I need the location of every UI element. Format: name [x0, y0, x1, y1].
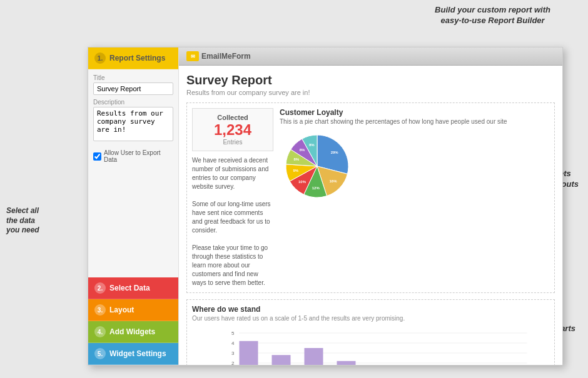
sidebar-step-4[interactable]: 4. Add Widgets	[88, 321, 178, 343]
step-number-3: 3.	[94, 304, 106, 316]
chart-section: Where do we stand Our users have rated u…	[186, 299, 555, 365]
svg-text:16%: 16%	[330, 179, 338, 183]
bar-chart-title: Where do we stand	[192, 305, 549, 314]
bar-chart-subtitle: Our users have rated us on a scale of 1-…	[192, 315, 549, 322]
annotation-left: Select all the data you need	[6, 206, 39, 236]
export-checkbox-row: Allow User to Export Data	[93, 149, 173, 163]
step-1-label: Report Settings	[109, 54, 165, 62]
step-2-label: Select Data	[109, 284, 150, 292]
step-number-5: 5.	[94, 348, 106, 359]
svg-text:5: 5	[231, 331, 235, 336]
export-checkbox[interactable]	[93, 152, 101, 161]
svg-rect-24	[305, 348, 323, 365]
brand-icon: ✉	[186, 51, 199, 61]
svg-text:9%: 9%	[293, 169, 299, 172]
main-container: 1. Report Settings Title Description Res…	[88, 47, 563, 366]
svg-text:8%: 8%	[309, 143, 315, 147]
stats-collected: Collected 1,234 Entries	[192, 108, 273, 151]
collected-label: Collected	[198, 114, 268, 121]
pie-chart: 29%16%12%10%9%8%8%8%	[280, 129, 355, 204]
stats-row: Collected 1,234 Entries We have received…	[186, 102, 555, 293]
svg-rect-20	[240, 341, 258, 365]
svg-text:12%: 12%	[312, 186, 320, 190]
brand-name: EmailMeForm	[201, 52, 251, 61]
svg-text:4: 4	[231, 341, 235, 346]
report-body: Survey Report Results from our company s…	[179, 66, 562, 365]
svg-text:10%: 10%	[298, 180, 307, 184]
content-area: ✉ EmailMeForm Survey Report Results from…	[179, 47, 562, 365]
report-subtitle: Results from our company survey are in!	[186, 89, 555, 96]
svg-text:29%: 29%	[331, 151, 339, 154]
svg-text:2: 2	[231, 361, 235, 365]
sidebar-step-5[interactable]: 5. Widget Settings	[88, 343, 178, 365]
svg-text:8%: 8%	[293, 157, 299, 161]
step-5-label: Widget Settings	[109, 349, 166, 358]
sidebar-step-1[interactable]: 1. Report Settings	[88, 47, 178, 69]
collected-number: 1,234	[198, 121, 268, 139]
description-textarea[interactable]: Results from our company survey are in!	[93, 107, 173, 141]
step-number-2: 2.	[94, 282, 106, 294]
description-label: Description	[93, 99, 173, 106]
export-label: Allow User to Export Data	[104, 149, 173, 163]
pie-desc: This is a pie chart showing the percenta…	[280, 118, 549, 125]
step-4-label: Add Widgets	[109, 327, 155, 336]
annotation-top-right: Build your custom report with easy-to-us…	[435, 5, 550, 26]
pie-title: Customer Loyalty	[280, 108, 549, 117]
step-3-label: Layout	[109, 306, 134, 314]
report-title: Survey Report	[186, 73, 555, 87]
svg-text:8%: 8%	[300, 148, 305, 152]
svg-rect-22	[272, 355, 291, 365]
pie-section: Customer Loyalty This is a pie chart sho…	[280, 108, 549, 287]
sidebar: 1. Report Settings Title Description Res…	[88, 47, 179, 365]
step-number-4: 4.	[94, 326, 106, 337]
stats-box: Collected 1,234 Entries We have received…	[192, 108, 273, 287]
header-bar: ✉ EmailMeForm	[179, 47, 562, 66]
svg-text:3: 3	[231, 351, 235, 356]
svg-rect-26	[337, 361, 356, 365]
sidebar-step-2[interactable]: 2. Select Data	[88, 277, 178, 299]
title-label: Title	[93, 74, 173, 81]
step-number-1: 1.	[94, 52, 106, 64]
stats-text-1: We have received a decent number of subm…	[192, 156, 273, 287]
sidebar-step-3[interactable]: 3. Layout	[88, 299, 178, 321]
brand-logo: ✉ EmailMeForm	[186, 51, 251, 61]
pie-container: 29%16%12%10%9%8%8%8%	[280, 129, 549, 204]
sidebar-form: Title Description Results from our compa…	[88, 69, 178, 277]
collected-entries: Entries	[198, 139, 268, 146]
title-input[interactable]	[93, 82, 173, 95]
bar-chart-svg: 012345abcdefghi	[192, 327, 549, 365]
